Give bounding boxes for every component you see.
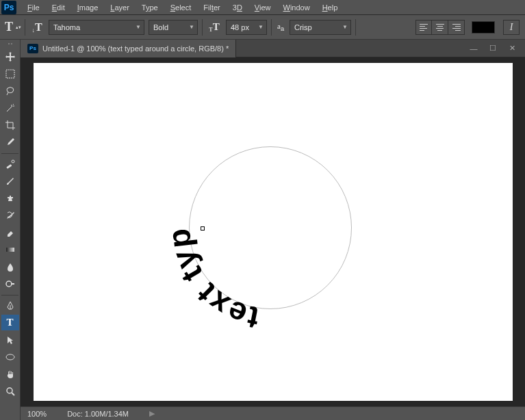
antialias-value: Crisp: [294, 23, 312, 31]
window-controls: — ☐ ✕: [468, 44, 525, 53]
pen-tool[interactable]: [1, 298, 19, 313]
menu-window[interactable]: Window: [278, 1, 316, 14]
doc-info[interactable]: Doc: 1.00M/1.34M: [67, 410, 129, 418]
menu-type[interactable]: Type: [136, 1, 164, 14]
separator: [271, 19, 272, 36]
font-style-value: Bold: [153, 23, 168, 31]
svg-rect-3: [6, 248, 14, 252]
minimize-button[interactable]: —: [468, 44, 480, 53]
svg-rect-0: [6, 70, 14, 78]
menu-file[interactable]: File: [22, 1, 45, 14]
menu-filter[interactable]: Filter: [198, 1, 225, 14]
hand-tool[interactable]: [1, 366, 19, 382]
menu-select[interactable]: Select: [165, 1, 197, 14]
chevron-down-icon: ▼: [189, 24, 194, 30]
warp-text-button[interactable]: I: [503, 20, 520, 35]
canvas[interactable]: text typed around a circle: [34, 63, 513, 401]
svg-point-6: [6, 354, 14, 360]
healing-brush-tool[interactable]: [1, 156, 19, 172]
options-bar: T▴▾ ↓T Tahoma ▼ Bold ▼ TT 48 px ▼ aa Cri…: [0, 15, 525, 40]
tools-panel: T: [0, 40, 21, 420]
workspace: T Ps Untitled-1 @ 100% (text typed aroun…: [0, 40, 525, 420]
menu-help[interactable]: Help: [317, 1, 344, 14]
zoom-tool[interactable]: [1, 383, 19, 399]
clone-stamp-tool[interactable]: [1, 190, 19, 206]
menu-3d[interactable]: 3D: [227, 1, 248, 14]
canvas-path-text: text typed around a circle: [34, 63, 261, 337]
font-family-dropdown[interactable]: Tahoma ▼: [49, 20, 144, 35]
separator: [1, 295, 18, 296]
svg-point-4: [6, 281, 12, 287]
menu-layer[interactable]: Layer: [105, 1, 135, 14]
close-button[interactable]: ✕: [506, 44, 518, 53]
move-tool[interactable]: [1, 49, 19, 64]
marquee-tool[interactable]: [1, 66, 19, 81]
menu-bar: Ps File Edit Image Layer Type Select Fil…: [0, 0, 525, 15]
ellipse-tool[interactable]: [1, 349, 19, 365]
antialias-icon: aa: [277, 22, 284, 32]
svg-rect-1: [6, 163, 12, 168]
separator: [25, 19, 25, 36]
align-right-button[interactable]: [448, 20, 465, 35]
app-logo-icon: Ps: [1, 1, 16, 14]
document-area: Ps Untitled-1 @ 100% (text typed around …: [21, 40, 525, 420]
menu-edit[interactable]: Edit: [47, 1, 71, 14]
type-tool[interactable]: T: [1, 315, 19, 330]
svg-line-8: [12, 393, 14, 395]
brush-tool[interactable]: [1, 173, 19, 189]
chevron-down-icon: ▼: [342, 24, 348, 30]
svg-point-2: [12, 160, 14, 163]
file-type-icon: Ps: [27, 44, 38, 53]
status-bar: 100% Doc: 1.00M/1.34M ▶: [21, 406, 525, 420]
text-on-path-svg: text typed around a circle: [34, 63, 513, 401]
font-size-value: 48 px: [231, 23, 249, 31]
separator: [1, 153, 18, 154]
antialias-dropdown[interactable]: Crisp ▼: [290, 20, 351, 35]
menu-image[interactable]: Image: [72, 1, 104, 14]
svg-text:text typed around a circle: text typed around a circle: [34, 63, 261, 337]
svg-rect-5: [11, 283, 14, 285]
font-style-dropdown[interactable]: Bold ▼: [149, 20, 198, 35]
tool-preset-picker[interactable]: T▴▾: [5, 20, 21, 35]
panel-grip-icon[interactable]: [0, 42, 20, 46]
menu-view[interactable]: View: [249, 1, 277, 14]
svg-point-7: [7, 388, 12, 393]
gradient-tool[interactable]: [1, 241, 19, 257]
document-tab[interactable]: Ps Untitled-1 @ 100% (text typed around …: [21, 40, 236, 57]
document-tab-title: Untitled-1 @ 100% (text typed around a c…: [42, 44, 229, 53]
blur-tool[interactable]: [1, 259, 19, 274]
document-tab-bar: Ps Untitled-1 @ 100% (text typed around …: [21, 40, 525, 57]
eraser-tool[interactable]: [1, 224, 19, 240]
align-center-button[interactable]: [432, 20, 448, 35]
crop-tool[interactable]: [1, 117, 19, 133]
separator: [202, 19, 203, 36]
lasso-tool[interactable]: [1, 83, 19, 99]
magic-wand-tool[interactable]: [1, 100, 19, 116]
chevron-down-icon: ▼: [136, 24, 141, 30]
font-family-value: Tahoma: [53, 23, 80, 31]
status-arrow-icon[interactable]: ▶: [149, 409, 155, 418]
text-align-group: [415, 20, 465, 35]
text-orientation-toggle[interactable]: ↓T: [29, 20, 44, 35]
font-size-dropdown[interactable]: 48 px ▼: [226, 20, 267, 35]
dodge-tool[interactable]: [1, 276, 19, 291]
eyedropper-tool[interactable]: [1, 134, 19, 150]
zoom-level[interactable]: 100%: [27, 410, 47, 418]
align-left-button[interactable]: [415, 20, 432, 35]
maximize-button[interactable]: ☐: [487, 44, 499, 53]
text-color-swatch[interactable]: [472, 21, 495, 34]
separator: [355, 19, 356, 36]
font-size-icon: TT: [207, 20, 222, 35]
canvas-wrapper: text typed around a circle: [21, 57, 525, 406]
history-brush-tool[interactable]: [1, 207, 19, 223]
chevron-down-icon: ▼: [258, 24, 264, 30]
path-selection-tool[interactable]: [1, 332, 19, 347]
